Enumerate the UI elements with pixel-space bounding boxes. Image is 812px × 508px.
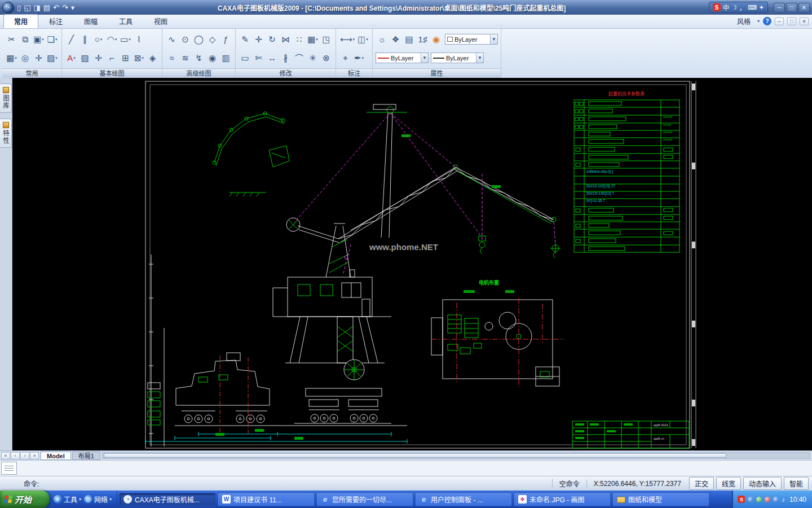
tools-quick-label[interactable]: 工具 [64, 494, 77, 504]
table-icon[interactable]: ⊞ [119, 50, 132, 65]
drawing-viewport[interactable]: 起重机技术参数表 [12, 78, 812, 450]
task-folder[interactable]: 图纸和模型 [612, 493, 709, 506]
pick-icon[interactable]: ▭ [239, 50, 251, 65]
bitmap-icon[interactable]: ▥ [219, 50, 232, 65]
new-icon[interactable]: ▯ [17, 3, 21, 12]
tab-sheet[interactable]: 图幅 [73, 14, 108, 28]
ime-tools-icon[interactable]: ✦ [759, 4, 764, 11]
ortho-toggle[interactable]: 正交 [689, 477, 714, 490]
display-style-icon[interactable]: ▨▾ [46, 50, 59, 65]
sheet-nav-last-icon[interactable]: » [30, 452, 39, 459]
linetype-combo[interactable]: ByLayer ▼ [376, 52, 429, 63]
ellipse-icon[interactable]: ◯ [192, 32, 205, 47]
paste-icon[interactable]: ▣▾ [32, 32, 45, 47]
sheet-nav-first-icon[interactable]: « [1, 452, 10, 459]
rectangle-icon[interactable]: ▭▾ [119, 32, 132, 47]
dim-linear-icon[interactable]: ⟷▾ [339, 32, 356, 47]
color-combo-arrow-icon[interactable]: ▼ [490, 34, 497, 44]
doc-minimize-button[interactable]: ─ [775, 17, 784, 25]
point-icon[interactable]: ⊙ [179, 32, 192, 47]
trim-icon[interactable]: ✄ [252, 50, 265, 65]
network-quick-icon[interactable]: ◎ [84, 495, 92, 503]
layer-settings-icon[interactable]: ❖ [389, 32, 402, 47]
save-icon[interactable]: ◨ [33, 3, 40, 12]
doc-restore-button[interactable]: □ [787, 17, 796, 25]
redo-icon[interactable]: ↷ [62, 3, 68, 12]
task-caxa[interactable]: ◔ CAXA电子图板机械... [119, 493, 216, 506]
pan-icon[interactable]: ✛ [32, 50, 45, 65]
layer-scale-icon[interactable]: 1♯ [416, 32, 429, 47]
print-icon[interactable]: ▤ [43, 3, 50, 12]
explode-icon[interactable]: ✳ [306, 50, 319, 65]
network-dropdown-icon[interactable]: ▾ [109, 497, 112, 502]
lineweight-toggle[interactable]: 线宽 [716, 477, 741, 490]
task-ie-page-1[interactable]: e 您所需要的一切尽... [316, 493, 413, 506]
rotate-icon[interactable]: ↻ [266, 32, 279, 47]
ime-lang-icon[interactable]: 中 [723, 3, 729, 12]
pattern-fill-icon[interactable]: ∷ [293, 32, 306, 47]
update-tray-icon[interactable] [773, 497, 779, 502]
zoom-icon[interactable]: ◎ [19, 50, 32, 65]
erase-icon[interactable]: ✎ [239, 32, 251, 47]
spline-icon[interactable]: ∿ [165, 32, 178, 47]
ime-bar[interactable]: S 中 ☽ ， ⌨ ✦ [709, 2, 768, 13]
tools-dropdown-icon[interactable]: ▾ [79, 497, 81, 502]
style-button[interactable]: 风格 [734, 16, 754, 27]
close-button[interactable]: ✕ [798, 3, 810, 12]
format-brush-icon[interactable]: ❏▾ [46, 32, 59, 47]
polygon-icon[interactable]: ◇ [206, 32, 219, 47]
style-dropdown-icon[interactable]: ▾ [757, 19, 760, 24]
volume-icon[interactable]: ♪ [782, 496, 785, 503]
hatch-icon[interactable]: ▨ [78, 50, 91, 65]
offset-icon[interactable]: ⊗ [320, 50, 333, 65]
circle-icon[interactable]: ○▾ [92, 32, 105, 47]
command-prompt[interactable]: 命令: [24, 479, 39, 488]
tab-tools[interactable]: 工具 [108, 14, 143, 28]
network-quick-label[interactable]: 网络 [94, 494, 108, 504]
doc-close-button[interactable]: ✕ [800, 17, 809, 25]
text-icon[interactable]: A▾ [65, 50, 78, 65]
minimize-button[interactable]: ─ [774, 3, 785, 12]
task-word-doc[interactable]: W 项目建议书 11... [218, 493, 315, 506]
tools-quick-icon[interactable]: e [54, 495, 62, 503]
start-button[interactable]: 开始 [0, 491, 50, 508]
sheet-nav-prev-icon[interactable]: ‹ [11, 452, 20, 459]
mirror-icon[interactable]: ⋈ [279, 32, 292, 47]
move-icon[interactable]: ✛ [252, 32, 265, 47]
line-icon[interactable]: ╱ [65, 32, 78, 47]
center-line-icon[interactable]: ✛ [92, 50, 105, 65]
color-combo[interactable]: ByLayer ▼ [445, 34, 498, 45]
tab-dimension[interactable]: 标注 [38, 14, 73, 28]
undo-icon[interactable]: ↶ [53, 3, 59, 12]
block-icon[interactable]: ⊠▾ [133, 50, 145, 65]
open-icon[interactable]: ◱ [24, 3, 30, 12]
tab-common[interactable]: 常用 [3, 14, 38, 28]
double-fold-line-icon[interactable]: ≋ [179, 50, 192, 65]
chamfer-icon[interactable]: ⌐ [105, 50, 118, 65]
scale-icon[interactable]: ◳ [320, 32, 333, 47]
sheet-tab-layout1[interactable]: 布局1 [72, 452, 100, 460]
cut-icon[interactable]: ✂ [5, 32, 18, 47]
horizontal-scrollbar[interactable] [102, 452, 810, 459]
copy-icon[interactable]: ⧉ [19, 32, 32, 47]
lineweight-combo-arrow-icon[interactable]: ▼ [476, 53, 483, 63]
fillet-icon[interactable]: ⌒ [293, 50, 306, 65]
sheet-tab-model[interactable]: Model [41, 452, 71, 460]
layer-visibility-icon[interactable]: ☼ [376, 32, 389, 47]
formula-curve-icon[interactable]: ƒ [219, 32, 232, 47]
local-enlarge-icon[interactable]: ◉ [206, 50, 219, 65]
rail-tab-library[interactable]: 图库 [0, 84, 12, 113]
command-window[interactable] [0, 460, 812, 476]
ime-keyboard-icon[interactable]: ⌨ [748, 4, 757, 11]
dim-style-icon[interactable]: ◫▾ [356, 32, 369, 47]
wave-line-icon[interactable]: ≈ [165, 50, 178, 65]
datum-icon[interactable]: ⌖ [339, 50, 352, 65]
task-ie-page-2[interactable]: e 用户控制面板 - ... [415, 493, 512, 506]
sogou-icon[interactable]: S [713, 3, 721, 11]
ime-punct-icon[interactable]: ， [739, 3, 745, 12]
smart-snap-toggle[interactable]: 智能 [784, 477, 809, 490]
help-button[interactable]: ? [763, 17, 771, 25]
arrow-line-icon[interactable]: ↯ [192, 50, 205, 65]
color-wheel-icon[interactable]: ◉ [430, 32, 443, 47]
command-history-expander[interactable] [1, 462, 17, 475]
